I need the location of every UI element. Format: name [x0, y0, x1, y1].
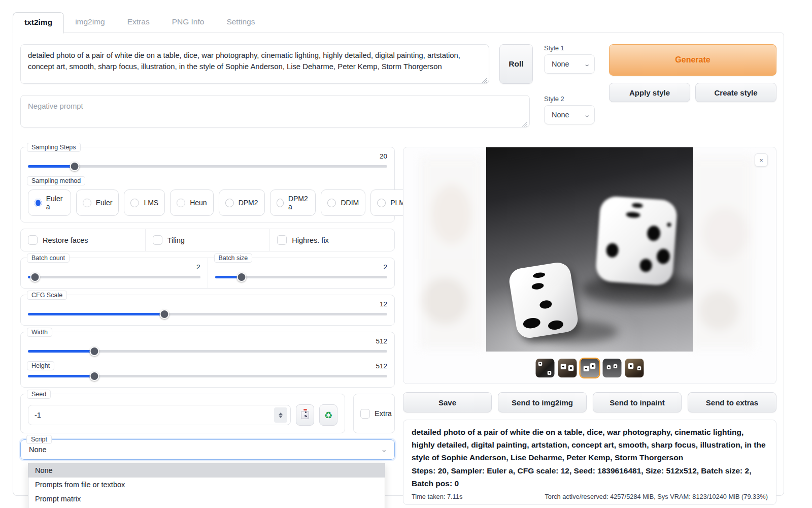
style2-value: None — [552, 111, 569, 119]
style2-select[interactable]: None ⌄ — [544, 105, 595, 124]
radio-ddim[interactable]: DDIM — [321, 189, 365, 216]
thumbnail-2[interactable] — [558, 359, 577, 377]
thumbnail-5[interactable] — [625, 359, 644, 377]
chevron-down-icon: ⌄ — [584, 112, 590, 118]
tab-txt2img[interactable]: txt2img — [13, 12, 64, 34]
radio-icon — [277, 199, 284, 207]
slider-thumb[interactable] — [237, 272, 247, 282]
seed-stepper[interactable] — [274, 407, 287, 423]
height-label: Height — [27, 361, 54, 370]
script-select[interactable]: None ⌄ — [20, 439, 395, 460]
radio-icon — [377, 199, 386, 207]
die-left — [507, 261, 580, 339]
tab-extras[interactable]: Extras — [116, 12, 161, 33]
thumbnail-1[interactable] — [536, 359, 555, 377]
chevron-down-icon: ⌄ — [584, 61, 590, 68]
options-row: Restore faces Tiling Highres. fix — [20, 229, 395, 251]
prompt-input[interactable]: detailed photo of a pair of white die on… — [20, 44, 489, 84]
sampling-steps-slider[interactable] — [28, 161, 387, 171]
radio-icon — [327, 199, 336, 207]
vram-usage-text: Torch active/reserved: 4257/5284 MiB, Sy… — [545, 493, 768, 500]
script-option-none[interactable]: None — [28, 463, 385, 478]
script-value: None — [29, 446, 47, 454]
seed-label: Seed — [27, 390, 51, 399]
script-dropdown: None Prompts from file or textbox Prompt… — [28, 463, 385, 508]
height-slider[interactable] — [28, 371, 387, 381]
seed-panel: Seed -1 ♻ — [20, 394, 345, 433]
script-option-prompt-matrix[interactable]: Prompt matrix — [28, 492, 385, 506]
extra-checkbox[interactable] — [360, 409, 370, 419]
highres-fix-option[interactable]: Highres. fix — [269, 229, 394, 251]
time-taken-text: Time taken: 7.11s — [412, 493, 462, 500]
thumbnail-strip — [536, 359, 644, 377]
slider-thumb[interactable] — [89, 346, 99, 356]
radio-icon — [83, 199, 91, 207]
gallery-blur-left — [420, 156, 483, 349]
radio-lms[interactable]: LMS — [124, 189, 165, 216]
cfg-scale-label: CFG Scale — [27, 291, 67, 300]
script-option-xy-plot[interactable]: X/Y plot — [28, 506, 385, 508]
slider-thumb[interactable] — [160, 309, 170, 319]
tab-png-info[interactable]: PNG Info — [161, 12, 216, 33]
radio-dpm2-a[interactable]: DPM2 a — [270, 189, 316, 216]
save-button[interactable]: Save — [403, 392, 492, 412]
generate-button[interactable]: Generate — [609, 44, 776, 76]
thumbnail-4[interactable] — [603, 359, 622, 377]
style1-label: Style 1 — [544, 44, 595, 52]
batch-count-value: 2 — [28, 263, 200, 271]
style1-value: None — [552, 60, 569, 68]
radio-dpm2[interactable]: DPM2 — [219, 189, 265, 216]
radio-heun[interactable]: Heun — [170, 189, 213, 216]
cfg-panel: CFG Scale 12 — [20, 295, 395, 326]
batch-count-label: Batch count — [27, 253, 70, 263]
seed-value: -1 — [35, 411, 41, 419]
width-slider[interactable] — [28, 346, 387, 356]
sampling-panel: Sampling Steps 20 Sampling method Euler … — [20, 147, 395, 223]
script-option-prompts-from-file[interactable]: Prompts from file or textbox — [28, 478, 385, 492]
gallery-blur-right — [690, 156, 754, 349]
tab-img2img[interactable]: img2img — [64, 12, 116, 33]
output-prompt-text: detailed photo of a pair of white die on… — [412, 426, 768, 464]
radio-euler[interactable]: Euler — [76, 189, 119, 216]
highres-fix-checkbox[interactable] — [277, 235, 287, 245]
close-icon[interactable]: × — [755, 153, 768, 167]
slider-thumb[interactable] — [70, 162, 80, 171]
tiling-option[interactable]: Tiling — [145, 229, 270, 251]
tab-settings[interactable]: Settings — [215, 12, 266, 33]
die-right — [595, 196, 678, 286]
batch-size-value: 2 — [215, 263, 388, 271]
apply-style-button[interactable]: Apply style — [609, 83, 690, 102]
recycle-icon: ♻ — [324, 409, 332, 421]
reuse-seed-button[interactable]: ♻ — [319, 404, 337, 426]
thumbnail-3-selected[interactable] — [581, 359, 599, 377]
random-seed-button[interactable] — [296, 404, 314, 426]
output-params-text: Steps: 20, Sampler: Euler a, CFG scale: … — [412, 465, 768, 490]
generated-image[interactable] — [486, 147, 693, 352]
radio-euler-a[interactable]: Euler a — [28, 189, 71, 216]
create-style-button[interactable]: Create style — [695, 83, 776, 102]
txt2img-app: txt2img img2img Extras PNG Info Settings… — [0, 0, 812, 508]
tab-content: detailed photo of a pair of white die on… — [13, 33, 784, 496]
sampling-steps-value: 20 — [28, 152, 387, 160]
send-to-inpaint-button[interactable]: Send to inpaint — [593, 392, 682, 412]
roll-button[interactable]: Roll — [499, 44, 533, 84]
tiling-checkbox[interactable] — [153, 235, 162, 245]
style1-select[interactable]: None ⌄ — [544, 54, 595, 74]
negative-prompt-input[interactable] — [20, 95, 530, 128]
send-to-img2img-button[interactable]: Send to img2img — [498, 392, 587, 412]
radio-icon — [130, 199, 139, 207]
output-gallery: × — [403, 147, 776, 384]
batch-count-slider[interactable] — [28, 272, 200, 282]
restore-faces-checkbox[interactable] — [28, 235, 38, 245]
batch-size-slider[interactable] — [215, 272, 388, 282]
restore-faces-option[interactable]: Restore faces — [21, 229, 145, 251]
width-value: 512 — [28, 337, 387, 345]
cfg-scale-slider[interactable] — [28, 309, 387, 319]
script-label: Script — [26, 435, 52, 444]
slider-thumb[interactable] — [89, 371, 99, 381]
gallery-actions: Save Send to img2img Send to inpaint Sen… — [403, 392, 776, 412]
seed-input[interactable]: -1 — [28, 405, 291, 425]
extra-seed-panel[interactable]: Extra — [353, 394, 395, 433]
send-to-extras-button[interactable]: Send to extras — [688, 392, 776, 412]
slider-thumb[interactable] — [30, 272, 40, 282]
